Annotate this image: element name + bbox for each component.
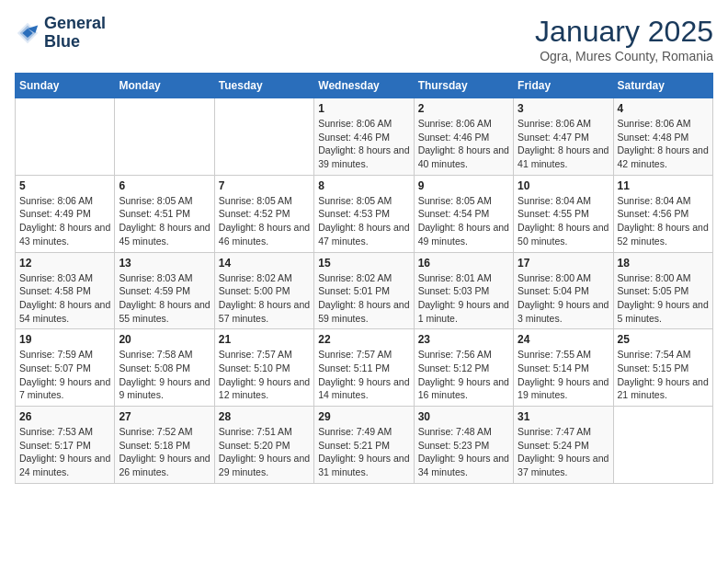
- calendar-cell: 17Sunrise: 8:00 AM Sunset: 5:04 PM Dayli…: [514, 252, 613, 329]
- cell-info: Sunrise: 8:05 AM Sunset: 4:52 PM Dayligh…: [219, 194, 310, 248]
- calendar-cell: 20Sunrise: 7:58 AM Sunset: 5:08 PM Dayli…: [115, 329, 214, 407]
- calendar-cell: 19Sunrise: 7:59 AM Sunset: 5:07 PM Dayli…: [16, 329, 115, 407]
- cell-info: Sunrise: 8:05 AM Sunset: 4:53 PM Dayligh…: [318, 194, 409, 248]
- calendar-cell: 24Sunrise: 7:55 AM Sunset: 5:14 PM Dayli…: [514, 329, 613, 407]
- cell-info: Sunrise: 7:51 AM Sunset: 5:20 PM Dayligh…: [219, 425, 310, 479]
- calendar-week-row: 26Sunrise: 7:53 AM Sunset: 5:17 PM Dayli…: [16, 407, 713, 484]
- weekday-header-wednesday: Wednesday: [314, 74, 414, 98]
- cell-info: Sunrise: 8:02 AM Sunset: 5:01 PM Dayligh…: [318, 271, 409, 326]
- weekday-header-thursday: Thursday: [414, 74, 513, 98]
- cell-info: Sunrise: 7:58 AM Sunset: 5:08 PM Dayligh…: [119, 348, 210, 402]
- calendar-cell: 1Sunrise: 8:06 AM Sunset: 4:46 PM Daylig…: [314, 98, 414, 176]
- cell-day-number: 19: [19, 333, 110, 346]
- calendar-cell: 22Sunrise: 7:57 AM Sunset: 5:11 PM Dayli…: [314, 329, 414, 407]
- weekday-header-tuesday: Tuesday: [214, 74, 313, 98]
- cell-info: Sunrise: 8:04 AM Sunset: 4:56 PM Dayligh…: [618, 194, 709, 248]
- calendar-cell: 2Sunrise: 8:06 AM Sunset: 4:46 PM Daylig…: [414, 98, 513, 176]
- cell-day-number: 18: [618, 257, 709, 270]
- weekday-header-friday: Friday: [514, 74, 613, 98]
- calendar-table: SundayMondayTuesdayWednesdayThursdayFrid…: [15, 73, 713, 484]
- cell-day-number: 6: [119, 179, 210, 192]
- calendar-cell: 14Sunrise: 8:02 AM Sunset: 5:00 PM Dayli…: [214, 252, 313, 329]
- calendar-cell: 18Sunrise: 8:00 AM Sunset: 5:05 PM Dayli…: [613, 252, 712, 329]
- calendar-cell: 3Sunrise: 8:06 AM Sunset: 4:47 PM Daylig…: [514, 98, 613, 176]
- calendar-cell: [115, 98, 214, 176]
- cell-day-number: 16: [418, 257, 509, 270]
- calendar-cell: 9Sunrise: 8:05 AM Sunset: 4:54 PM Daylig…: [414, 175, 513, 252]
- calendar-cell: 21Sunrise: 7:57 AM Sunset: 5:10 PM Dayli…: [214, 329, 313, 407]
- cell-info: Sunrise: 8:03 AM Sunset: 4:59 PM Dayligh…: [119, 271, 210, 326]
- calendar-week-row: 5Sunrise: 8:06 AM Sunset: 4:49 PM Daylig…: [16, 175, 713, 252]
- cell-info: Sunrise: 7:57 AM Sunset: 5:10 PM Dayligh…: [219, 348, 310, 402]
- calendar-cell: [613, 407, 712, 484]
- cell-info: Sunrise: 8:03 AM Sunset: 4:58 PM Dayligh…: [19, 271, 110, 326]
- cell-day-number: 28: [219, 410, 310, 423]
- logo-icon: [15, 20, 40, 46]
- weekday-header-sunday: Sunday: [16, 74, 115, 98]
- cell-info: Sunrise: 7:48 AM Sunset: 5:23 PM Dayligh…: [418, 425, 509, 479]
- calendar-cell: 5Sunrise: 8:06 AM Sunset: 4:49 PM Daylig…: [16, 175, 115, 252]
- calendar-cell: 11Sunrise: 8:04 AM Sunset: 4:56 PM Dayli…: [613, 175, 712, 252]
- cell-day-number: 7: [219, 179, 310, 192]
- cell-info: Sunrise: 7:49 AM Sunset: 5:21 PM Dayligh…: [318, 425, 409, 479]
- cell-day-number: 12: [19, 257, 110, 270]
- cell-info: Sunrise: 8:06 AM Sunset: 4:46 PM Dayligh…: [318, 117, 409, 171]
- cell-info: Sunrise: 8:00 AM Sunset: 5:05 PM Dayligh…: [618, 271, 709, 326]
- cell-day-number: 29: [318, 410, 409, 423]
- cell-day-number: 20: [119, 333, 210, 346]
- cell-day-number: 25: [618, 333, 709, 346]
- cell-day-number: 27: [119, 410, 210, 423]
- cell-day-number: 14: [219, 257, 310, 270]
- cell-info: Sunrise: 8:05 AM Sunset: 4:51 PM Dayligh…: [119, 194, 210, 248]
- cell-day-number: 13: [119, 257, 210, 270]
- page-title: January 2025: [535, 15, 713, 49]
- cell-day-number: 22: [318, 333, 409, 346]
- cell-info: Sunrise: 7:53 AM Sunset: 5:17 PM Dayligh…: [19, 425, 110, 479]
- calendar-cell: 13Sunrise: 8:03 AM Sunset: 4:59 PM Dayli…: [115, 252, 214, 329]
- cell-info: Sunrise: 8:06 AM Sunset: 4:49 PM Dayligh…: [19, 194, 110, 248]
- cell-info: Sunrise: 7:54 AM Sunset: 5:15 PM Dayligh…: [618, 348, 709, 402]
- calendar-cell: 12Sunrise: 8:03 AM Sunset: 4:58 PM Dayli…: [16, 252, 115, 329]
- title-block: January 2025 Ogra, Mures County, Romania: [535, 15, 713, 63]
- calendar-cell: 8Sunrise: 8:05 AM Sunset: 4:53 PM Daylig…: [314, 175, 414, 252]
- cell-day-number: 24: [518, 333, 609, 346]
- cell-info: Sunrise: 7:56 AM Sunset: 5:12 PM Dayligh…: [418, 348, 509, 402]
- cell-info: Sunrise: 8:01 AM Sunset: 5:03 PM Dayligh…: [418, 271, 509, 326]
- calendar-cell: 10Sunrise: 8:04 AM Sunset: 4:55 PM Dayli…: [514, 175, 613, 252]
- calendar-cell: 29Sunrise: 7:49 AM Sunset: 5:21 PM Dayli…: [314, 407, 414, 484]
- weekday-header-monday: Monday: [115, 74, 214, 98]
- cell-day-number: 23: [418, 333, 509, 346]
- calendar-cell: 4Sunrise: 8:06 AM Sunset: 4:48 PM Daylig…: [613, 98, 712, 176]
- calendar-cell: 27Sunrise: 7:52 AM Sunset: 5:18 PM Dayli…: [115, 407, 214, 484]
- calendar-cell: 26Sunrise: 7:53 AM Sunset: 5:17 PM Dayli…: [16, 407, 115, 484]
- cell-day-number: 2: [418, 102, 509, 115]
- weekday-header-saturday: Saturday: [613, 74, 712, 98]
- calendar-week-row: 19Sunrise: 7:59 AM Sunset: 5:07 PM Dayli…: [16, 329, 713, 407]
- calendar-cell: 16Sunrise: 8:01 AM Sunset: 5:03 PM Dayli…: [414, 252, 513, 329]
- cell-day-number: 9: [418, 179, 509, 192]
- page-subtitle: Ogra, Mures County, Romania: [535, 49, 713, 63]
- logo-text: General Blue: [44, 15, 106, 52]
- cell-day-number: 15: [318, 257, 409, 270]
- page-header: General Blue January 2025 Ogra, Mures Co…: [15, 15, 713, 63]
- cell-info: Sunrise: 7:55 AM Sunset: 5:14 PM Dayligh…: [518, 348, 609, 402]
- calendar-cell: 7Sunrise: 8:05 AM Sunset: 4:52 PM Daylig…: [214, 175, 313, 252]
- cell-info: Sunrise: 7:47 AM Sunset: 5:24 PM Dayligh…: [518, 425, 609, 479]
- cell-day-number: 30: [418, 410, 509, 423]
- cell-info: Sunrise: 7:52 AM Sunset: 5:18 PM Dayligh…: [119, 425, 210, 479]
- calendar-cell: 28Sunrise: 7:51 AM Sunset: 5:20 PM Dayli…: [214, 407, 313, 484]
- calendar-cell: 30Sunrise: 7:48 AM Sunset: 5:23 PM Dayli…: [414, 407, 513, 484]
- calendar-cell: 15Sunrise: 8:02 AM Sunset: 5:01 PM Dayli…: [314, 252, 414, 329]
- cell-info: Sunrise: 7:57 AM Sunset: 5:11 PM Dayligh…: [318, 348, 409, 402]
- cell-info: Sunrise: 8:06 AM Sunset: 4:48 PM Dayligh…: [618, 117, 709, 171]
- cell-day-number: 4: [618, 102, 709, 115]
- calendar-week-row: 12Sunrise: 8:03 AM Sunset: 4:58 PM Dayli…: [16, 252, 713, 329]
- cell-info: Sunrise: 8:00 AM Sunset: 5:04 PM Dayligh…: [518, 271, 609, 326]
- cell-day-number: 21: [219, 333, 310, 346]
- cell-day-number: 5: [19, 179, 110, 192]
- weekday-header-row: SundayMondayTuesdayWednesdayThursdayFrid…: [16, 74, 713, 98]
- cell-day-number: 1: [318, 102, 409, 115]
- calendar-cell: 31Sunrise: 7:47 AM Sunset: 5:24 PM Dayli…: [514, 407, 613, 484]
- cell-info: Sunrise: 8:02 AM Sunset: 5:00 PM Dayligh…: [219, 271, 310, 326]
- calendar-week-row: 1Sunrise: 8:06 AM Sunset: 4:46 PM Daylig…: [16, 98, 713, 176]
